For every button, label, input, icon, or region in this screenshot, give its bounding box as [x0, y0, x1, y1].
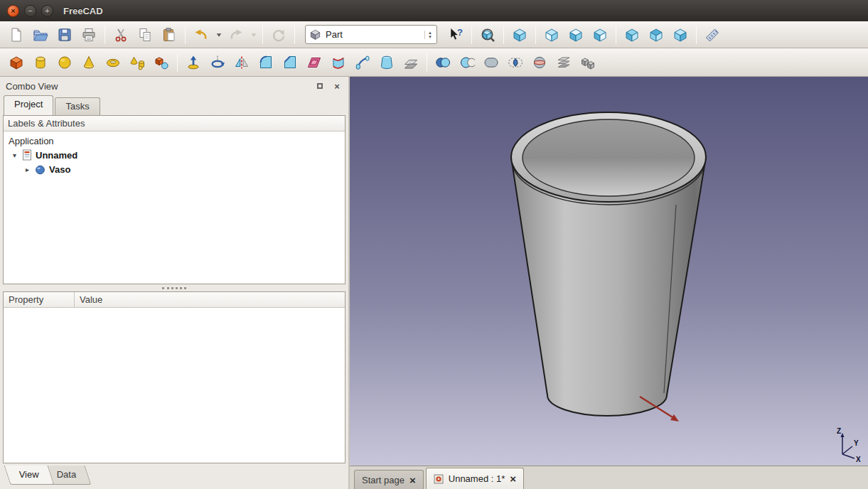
- cone-icon: [81, 55, 97, 70]
- property-column-header[interactable]: Property: [4, 292, 75, 307]
- right-view-icon: [592, 27, 608, 43]
- toolbar-separator: [535, 26, 536, 44]
- revolve-button[interactable]: [205, 52, 230, 73]
- section-button[interactable]: [527, 52, 552, 73]
- collapse-arrow-icon[interactable]: ▸: [26, 166, 35, 173]
- fit-all-button[interactable]: [476, 24, 500, 45]
- open-document-button[interactable]: [28, 24, 53, 45]
- top-view-icon: [568, 27, 584, 43]
- cross-sections-button[interactable]: [552, 52, 576, 73]
- close-tab-icon[interactable]: ×: [510, 473, 516, 484]
- panel-float-button[interactable]: [314, 80, 326, 92]
- axis-indicator: Z Y X: [834, 426, 862, 463]
- sphere-button[interactable]: [53, 52, 77, 73]
- document-icon: [22, 149, 32, 161]
- top-view-button[interactable]: [564, 24, 588, 45]
- rear-view-button[interactable]: [620, 24, 644, 45]
- expand-arrow-icon[interactable]: ▾: [13, 151, 22, 159]
- measure-distance-icon: [704, 27, 720, 43]
- whats-this-button[interactable]: ?: [444, 24, 468, 45]
- redo-dropdown-icon: [250, 31, 258, 39]
- paste-button[interactable]: [157, 24, 181, 45]
- mirror-button[interactable]: [230, 52, 254, 73]
- print-button[interactable]: [77, 24, 101, 45]
- cone-button[interactable]: [77, 52, 101, 73]
- redo-dropdown-button[interactable]: [248, 24, 259, 45]
- svg-text:?: ?: [457, 27, 463, 38]
- extrude-button[interactable]: [181, 52, 205, 73]
- workbench-selector[interactable]: Part ▲ ▼: [305, 25, 437, 44]
- svg-text:X: X: [856, 456, 861, 463]
- ruled-surface-button[interactable]: [326, 52, 350, 73]
- shape-builder-icon: [154, 55, 169, 70]
- tree-item-vaso[interactable]: ▸ Vaso: [4, 162, 345, 176]
- toolbar-separator: [616, 26, 616, 44]
- make-face-button[interactable]: [302, 52, 326, 73]
- vaso-object[interactable]: [511, 112, 706, 416]
- compound-button[interactable]: [576, 52, 600, 73]
- primitives-button[interactable]: [125, 52, 149, 73]
- right-view-button[interactable]: [588, 24, 612, 45]
- loft-button[interactable]: [375, 52, 399, 73]
- compound-icon: [580, 55, 596, 70]
- refresh-button[interactable]: [267, 24, 291, 45]
- cross-sections-icon: [556, 55, 572, 70]
- new-document-button[interactable]: [4, 24, 28, 45]
- tab-view[interactable]: View: [4, 466, 55, 485]
- offset-button[interactable]: [399, 52, 423, 73]
- whats-this-icon: ?: [448, 27, 464, 43]
- tab-start-page[interactable]: Start page ×: [354, 470, 424, 489]
- tree-item-unnamed[interactable]: ▾ Unnamed: [4, 148, 345, 162]
- cut-button[interactable]: [109, 24, 133, 45]
- tab-project[interactable]: Project: [4, 95, 53, 115]
- window-minimize-button[interactable]: −: [24, 5, 36, 17]
- rear-view-icon: [624, 27, 640, 43]
- freecad-document-icon: [434, 474, 444, 484]
- sweep-button[interactable]: [350, 52, 375, 73]
- combo-view-tabs: Project Tasks: [4, 95, 102, 115]
- box-button[interactable]: [4, 52, 28, 73]
- panel-title: Combo View: [6, 81, 309, 92]
- part-toolbar: [0, 48, 868, 77]
- 3d-viewport[interactable]: Z Y X: [350, 77, 868, 466]
- sphere-icon: [57, 55, 73, 70]
- value-column-header[interactable]: Value: [75, 292, 107, 307]
- boolean-button[interactable]: [431, 52, 455, 73]
- tree-item-application[interactable]: Application: [4, 134, 345, 148]
- scene-canvas[interactable]: [350, 77, 868, 466]
- undo-dropdown-button[interactable]: [213, 24, 224, 45]
- fillet-button[interactable]: [254, 52, 278, 73]
- workbench-spinner[interactable]: ▲ ▼: [424, 31, 435, 39]
- panel-close-button[interactable]: ×: [331, 80, 343, 92]
- bottom-view-button[interactable]: [644, 24, 668, 45]
- window-maximize-button[interactable]: +: [41, 5, 53, 17]
- model-tree: Labels & Attributes Application ▾ Unname…: [3, 115, 345, 284]
- titlebar[interactable]: × − + FreeCAD: [0, 0, 868, 21]
- spin-down-icon: ▼: [428, 35, 432, 39]
- tab-tasks[interactable]: Tasks: [55, 97, 100, 115]
- cut-boolean-icon: [459, 55, 475, 70]
- ruled-surface-icon: [331, 55, 346, 70]
- panel-splitter[interactable]: [3, 284, 345, 291]
- redo-button[interactable]: [224, 24, 248, 45]
- cut-boolean-button[interactable]: [455, 52, 479, 73]
- front-view-button[interactable]: [540, 24, 564, 45]
- torus-button[interactable]: [101, 52, 125, 73]
- close-tab-icon[interactable]: ×: [409, 475, 416, 485]
- left-view-button[interactable]: [668, 24, 692, 45]
- undo-button[interactable]: [189, 24, 213, 45]
- cylinder-button[interactable]: [28, 52, 53, 73]
- union-button[interactable]: [479, 52, 503, 73]
- shape-builder-button[interactable]: [149, 52, 173, 73]
- section-icon: [532, 55, 547, 70]
- save-document-button[interactable]: [53, 24, 77, 45]
- tab-unnamed-document[interactable]: Unnamed : 1* ×: [426, 468, 524, 489]
- offset-icon: [403, 55, 419, 70]
- common-button[interactable]: [503, 52, 527, 73]
- axonometric-view-button[interactable]: [508, 24, 532, 45]
- window-close-button[interactable]: ×: [7, 5, 19, 17]
- copy-button[interactable]: [133, 24, 157, 45]
- property-editor: Property Value: [3, 291, 345, 463]
- chamfer-button[interactable]: [278, 52, 302, 73]
- measure-distance-button[interactable]: [700, 24, 724, 45]
